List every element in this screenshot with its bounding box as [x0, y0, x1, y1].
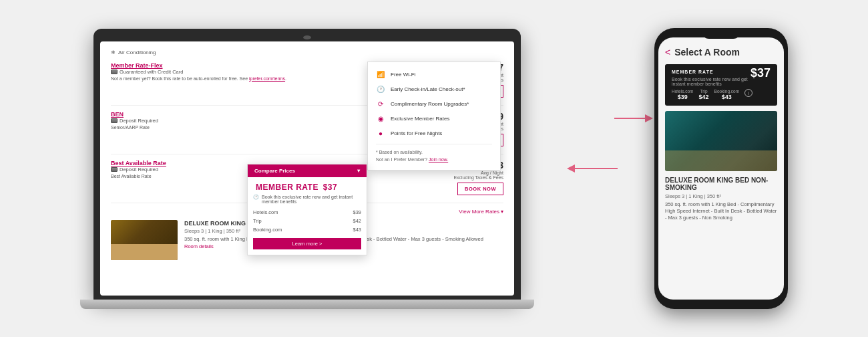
left-arrow-svg — [564, 155, 624, 182]
arrow-area — [561, 155, 628, 182]
compare-body: MEMBER RATE $37 🕐 Book this exclusive ra… — [248, 177, 367, 255]
info-icon[interactable]: i — [744, 89, 752, 97]
back-arrow-icon[interactable]: < — [665, 47, 670, 58]
compare-hotels: Hotels.com $39 — [253, 208, 361, 217]
popup-checkin: 🕐 Early Check-in/Late Check-out* — [376, 85, 492, 94]
compare-trip: Trip $42 — [253, 217, 361, 225]
phone-member-rate-price: $37 — [750, 66, 771, 80]
laptop-camera — [303, 35, 311, 39]
phone-content: < Select A Room MEMBER RATE $37 Book thi… — [658, 37, 784, 300]
wifi-icon: 📶 — [376, 70, 385, 80]
rate-note-2: Senior/AARP Rate — [111, 125, 158, 130]
popup-footer: * Based on availability. Not an I Prefer… — [376, 144, 492, 162]
phone: < Select A Room MEMBER RATE $37 Book thi… — [654, 28, 788, 309]
points-icon: ● — [376, 129, 385, 138]
scene: ❄ Air Conditioning Member Rate-Flex Guar… — [0, 0, 868, 337]
phone-notch — [701, 28, 741, 39]
phone-member-rate-card[interactable]: MEMBER RATE $37 Book this exclusive rate… — [665, 64, 777, 106]
phone-arrow-svg — [608, 108, 654, 128]
phone-room-title: DELUXE ROOM KING BED NON-SMOKING — [665, 177, 777, 191]
phone-title: Select A Room — [674, 47, 740, 58]
phone-screen: < Select A Room MEMBER RATE $37 Book thi… — [658, 37, 784, 300]
view-more-rates[interactable]: View More Rates ▾ — [459, 209, 503, 215]
learn-more-button[interactable]: Learn more > — [253, 238, 361, 249]
amenity-bar: ❄ Air Conditioning — [111, 49, 503, 55]
member-rate-label: MEMBER RATE $37 — [253, 183, 361, 192]
compare-booking: Booking.com $43 — [253, 225, 361, 234]
phone-comp-booking: Booking.com $43 — [714, 89, 740, 100]
benefit-text: 🕐 Book this exclusive rate now and get i… — [253, 195, 361, 204]
room-image — [111, 220, 178, 260]
phone-comp-trip: Trip $42 — [699, 89, 709, 100]
tag-icon: ◉ — [376, 114, 385, 124]
laptop-screen: ❄ Air Conditioning Member Rate-Flex Guar… — [100, 41, 514, 296]
compare-header: Compare Prices ▾ — [248, 164, 367, 177]
join-link[interactable]: Join now. — [429, 157, 448, 162]
rate-name-2[interactable]: BEN — [111, 111, 158, 118]
phone-wrapper: < Select A Room MEMBER RATE $37 Book thi… — [654, 28, 788, 309]
phone-room-specs: Sleeps 3 | 1 King | 350 ft² — [665, 193, 777, 199]
rate-price-label-3: Avg / Night Excluding Taxes & Fees — [450, 171, 503, 180]
rate-detail-3: Deposit Required — [111, 166, 166, 173]
phone-arrow-area — [608, 108, 654, 131]
laptop-wrapper: ❄ Air Conditioning Member Rate-Flex Guar… — [80, 29, 534, 309]
clock-small-icon: 🕐 — [253, 195, 259, 200]
member-benefits-popup: 📶 Free Wi-Fi 🕐 Early Check-in/Late Check… — [367, 62, 501, 171]
phone-room-desc: 350 sq. ft. room with 1 King Bed - Compl… — [665, 201, 777, 221]
compare-prices-panel: Compare Prices ▾ MEMBER RATE $37 🕐 Book … — [247, 164, 367, 255]
credit-card-icon — [111, 70, 118, 74]
upgrade-icon: ⟳ — [376, 100, 385, 109]
laptop-base — [80, 300, 534, 309]
popup-points: ● Points for Free Nights — [376, 129, 492, 138]
rate-name-1[interactable]: Member Rate-Flex — [111, 62, 286, 69]
popup-upgrades: ⟳ Complimentary Room Upgrades* — [376, 100, 492, 109]
popup-wifi: 📶 Free Wi-Fi — [376, 70, 492, 80]
deposit-icon-2 — [111, 167, 118, 172]
book-btn-3[interactable]: BOOK NOW — [457, 183, 503, 195]
phone-comp-hotels: Hotels.com $39 — [672, 89, 694, 100]
phone-room-image — [665, 111, 777, 171]
chevron-down-icon[interactable]: ▾ — [357, 168, 360, 174]
phone-comparison-row: Hotels.com $39 Trip $42 Booking.com $43 — [672, 89, 771, 100]
phone-header: < Select A Room — [665, 47, 777, 58]
laptop: ❄ Air Conditioning Member Rate-Flex Guar… — [93, 29, 521, 300]
rate-detail-1: Guaranteed with Credit Card — [111, 69, 286, 75]
rate-note-1: Not a member yet? Book this rate to be a… — [111, 76, 286, 81]
rate-name-3[interactable]: Best Available Rate — [111, 160, 166, 166]
deposit-icon — [111, 118, 118, 123]
ac-label: Air Conditioning — [118, 49, 156, 55]
ac-icon: ❄ — [111, 49, 116, 55]
rate-note-3: Best Available Rate — [111, 174, 166, 179]
clock-icon: 🕐 — [376, 85, 385, 94]
rate-detail-2: Deposit Required — [111, 118, 158, 124]
popup-exclusive: ◉ Exclusive Member Rates — [376, 114, 492, 124]
chevron-icon: ▾ — [501, 209, 503, 215]
